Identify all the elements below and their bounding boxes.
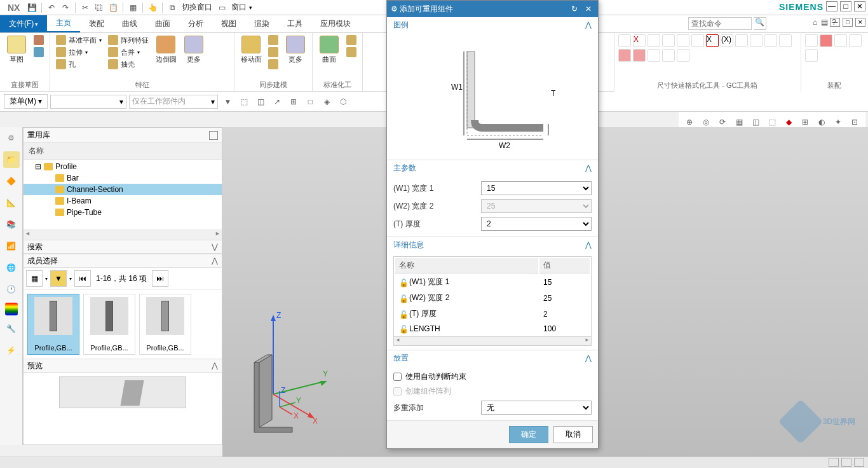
- dim-tool-icon[interactable]: [677, 34, 689, 47]
- sel-icon-5[interactable]: □: [303, 95, 317, 109]
- sketch-button[interactable]: 草图: [4, 34, 29, 65]
- touch-icon[interactable]: 👆: [146, 1, 159, 14]
- cut-icon[interactable]: ✂: [79, 1, 92, 14]
- filter-icon[interactable]: ▼: [220, 95, 234, 109]
- sync-tool-3[interactable]: [266, 59, 280, 70]
- tab-surface[interactable]: 曲面: [146, 15, 179, 32]
- detail-scrollbar[interactable]: [393, 337, 592, 346]
- tree-scrollbar[interactable]: [24, 230, 222, 240]
- extrude-button[interactable]: 拉伸▾: [54, 46, 104, 58]
- sel-icon-2[interactable]: ◫: [254, 95, 268, 109]
- auto-constraint-checkbox[interactable]: 使用自动判断约束: [393, 371, 592, 382]
- pattern-button[interactable]: 阵列特征: [106, 34, 151, 46]
- window-menu-button[interactable]: 窗口: [229, 2, 249, 13]
- last-page-icon[interactable]: ⏭: [152, 270, 168, 287]
- first-page-icon[interactable]: ⏮: [74, 270, 91, 287]
- dim-tool-icon[interactable]: [618, 34, 631, 47]
- home-icon[interactable]: ⌂: [813, 18, 817, 27]
- ok-button[interactable]: 确定: [509, 426, 548, 443]
- chevron-up-icon[interactable]: ⋀: [585, 354, 592, 362]
- selection-filter-1[interactable]: ▾: [50, 95, 126, 109]
- dim-tool-icon[interactable]: [648, 49, 660, 62]
- nav-icon-7[interactable]: 🕐: [3, 281, 20, 298]
- tab-curve[interactable]: 曲线: [113, 15, 146, 32]
- dim-tool-icon[interactable]: [633, 49, 646, 62]
- asm-tool-icon[interactable]: [805, 49, 818, 62]
- tab-application[interactable]: 应用模块: [311, 15, 360, 32]
- minimize-icon[interactable]: —: [826, 1, 837, 11]
- sync-more-button[interactable]: 更多: [283, 34, 308, 65]
- tab-analysis[interactable]: 分析: [179, 15, 212, 32]
- std-tool-1[interactable]: [344, 34, 358, 46]
- unite-button[interactable]: 合并▾: [106, 46, 151, 58]
- sb-icon[interactable]: [854, 458, 864, 467]
- multi-add-select[interactable]: 无: [481, 401, 592, 415]
- feature-more-button[interactable]: 更多: [181, 34, 207, 65]
- edge-blend-button[interactable]: 边倒圆: [153, 34, 179, 65]
- asm-tool-icon[interactable]: [805, 34, 818, 47]
- sync-tool-1[interactable]: [266, 34, 280, 46]
- datum-plane-button[interactable]: 基准平面▾: [54, 34, 104, 46]
- sel-icon-4[interactable]: ⊞: [287, 95, 301, 109]
- param-w1-select[interactable]: 15: [481, 181, 592, 195]
- save-icon[interactable]: 💾: [25, 1, 38, 14]
- dim-tool-icon[interactable]: [750, 34, 763, 47]
- chevron-down-icon[interactable]: ⋁: [212, 242, 218, 251]
- selection-scope[interactable]: 仅在工作部件内▾: [129, 95, 218, 109]
- sync-tool-2[interactable]: [266, 46, 280, 58]
- tab-home[interactable]: 主页: [47, 15, 80, 32]
- sel-icon-7[interactable]: ⬡: [336, 95, 350, 109]
- search-input[interactable]: [688, 17, 752, 30]
- sketch-tool-2[interactable]: [32, 46, 46, 58]
- sel-icon-1[interactable]: ⬚: [237, 95, 251, 109]
- tab-assembly[interactable]: 装配: [80, 15, 113, 32]
- filter-icon[interactable]: ▼: [50, 270, 67, 287]
- window-switch-icon[interactable]: ⧉: [166, 1, 179, 14]
- dim-tool-icon[interactable]: [662, 34, 675, 47]
- search-icon[interactable]: 🔍: [754, 17, 766, 30]
- dim-tool-icon[interactable]: X: [706, 34, 719, 47]
- cancel-button[interactable]: 取消: [553, 426, 593, 443]
- grid-icon[interactable]: ▦: [126, 1, 139, 14]
- collapse-icon[interactable]: [209, 131, 218, 140]
- tab-file[interactable]: 文件(F): [0, 15, 47, 32]
- chevron-up-icon[interactable]: ⋀: [212, 256, 218, 265]
- paste-icon[interactable]: 📋: [107, 1, 119, 14]
- sketch-tool-1[interactable]: [32, 34, 46, 46]
- tree-item-ibeam[interactable]: I-Beam: [24, 195, 222, 207]
- move-face-button[interactable]: 移动面: [238, 34, 264, 65]
- dim-tool-icon[interactable]: [735, 34, 748, 47]
- doc-close-icon[interactable]: ✕: [855, 18, 865, 27]
- chevron-up-icon[interactable]: ⋀: [212, 361, 218, 370]
- dim-tool-icon[interactable]: [691, 34, 704, 47]
- settings-icon[interactable]: ⚙: [3, 130, 20, 146]
- window-icon[interactable]: ▭: [215, 1, 228, 14]
- menu-button[interactable]: 菜单(M) ▾: [4, 94, 48, 109]
- tab-view[interactable]: 视图: [212, 15, 245, 32]
- dim-tool-icon[interactable]: [677, 49, 689, 62]
- view-mode-icon[interactable]: ▦: [26, 270, 43, 287]
- tree-item-channel[interactable]: Channel-Section: [24, 184, 222, 195]
- dim-tool-icon[interactable]: [662, 49, 675, 62]
- nav-icon-5[interactable]: 📶: [3, 238, 20, 254]
- dim-tool-icon[interactable]: [764, 34, 777, 47]
- dialog-titlebar[interactable]: ⚙ 添加可重用组件 ↻ ✕: [387, 1, 598, 17]
- dialog-close-icon[interactable]: ✕: [583, 4, 594, 13]
- close-icon[interactable]: ✕: [854, 1, 865, 11]
- std-tool-2[interactable]: [344, 46, 358, 58]
- nav-icon-8[interactable]: [5, 303, 18, 315]
- chevron-up-icon[interactable]: ⋀: [585, 240, 592, 249]
- tree-item-bar[interactable]: Bar: [24, 172, 222, 184]
- member-item[interactable]: Profile,GB...: [139, 294, 191, 355]
- nav-icon-4[interactable]: 📚: [3, 216, 20, 233]
- nav-icon-2[interactable]: 🔶: [3, 173, 20, 189]
- surface-button[interactable]: 曲面: [316, 34, 342, 65]
- sb-icon[interactable]: [829, 458, 839, 467]
- doc-maximize-icon[interactable]: □: [843, 18, 853, 27]
- chevron-up-icon[interactable]: ⋀: [585, 20, 592, 29]
- tree-item-profile[interactable]: ⊟Profile: [24, 161, 222, 172]
- nav-icon-9[interactable]: 🔧: [3, 320, 20, 337]
- maximize-icon[interactable]: □: [840, 1, 851, 11]
- doc-minimize-icon[interactable]: —: [830, 18, 840, 27]
- nav-icon-3[interactable]: 📐: [3, 195, 20, 211]
